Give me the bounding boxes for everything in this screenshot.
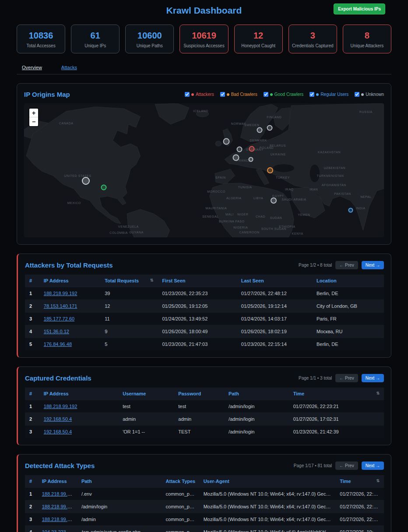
map-marker-unknown[interactable] (248, 157, 253, 162)
map-marker-unknown[interactable] (82, 177, 90, 185)
map-marker-unknown[interactable] (267, 125, 272, 130)
column-header[interactable]: IP Address (39, 275, 100, 287)
map-marker-regular-user[interactable] (348, 208, 353, 212)
map-country-label: SPAIN (215, 176, 226, 179)
pagination-info: Page 1/2 • 8 total (299, 263, 332, 268)
cell: 1 (25, 287, 39, 300)
legend-checkbox[interactable] (220, 92, 225, 97)
map-country-label: CANADA (59, 121, 74, 124)
ip-link[interactable]: 151.36.0.12 (44, 329, 69, 334)
map-marker-bad-crawler[interactable] (267, 167, 273, 173)
map-marker-unknown[interactable] (271, 197, 277, 204)
cell: 2 (25, 413, 39, 426)
legend-label: Unknown (366, 92, 384, 97)
column-header[interactable]: User-Agent (199, 475, 336, 488)
cell: 3 (25, 513, 38, 526)
prev-page-button[interactable]: ← Prev (335, 374, 358, 382)
ip-link[interactable]: 176.84.96.48 (44, 342, 72, 347)
ip-link[interactable]: 188.218.99.192 (44, 404, 77, 409)
column-header[interactable]: IP Address (38, 475, 77, 488)
map-country-label: UKRAINE (271, 152, 286, 155)
legend-item-good-crawlers[interactable]: Good Crawlers (264, 92, 304, 97)
map-country-label: SWEDEN (244, 123, 259, 126)
next-page-button[interactable]: Next → (362, 261, 384, 269)
zoom-in-button[interactable]: + (29, 109, 38, 117)
ip-link[interactable]: 192.168.50.4 (44, 429, 72, 434)
ip-link[interactable]: 78.153.140.171 (44, 303, 77, 309)
column-header[interactable]: Path (224, 388, 289, 400)
column-header[interactable]: Location (312, 275, 384, 287)
next-page-button[interactable]: Next → (362, 374, 384, 382)
legend-checkbox[interactable] (310, 92, 314, 97)
ip-link[interactable]: 104.23.223.128 (42, 529, 75, 532)
column-header[interactable]: First Seen (158, 275, 236, 287)
map-country-label: IRAQ (285, 188, 294, 191)
column-header[interactable]: # (25, 275, 39, 287)
credentials-card-header: Captured Credentials Page 1/1 • 3 total … (25, 374, 384, 382)
legend-label: Good Crawlers (274, 92, 304, 97)
stat-card: 12Honeypot Caught (234, 25, 283, 53)
map-card: IP Origins Map AttackersBad CrawlersGood… (17, 83, 391, 245)
ip-cell: 188.218.99.192 (39, 400, 118, 413)
map-marker-unknown[interactable] (257, 127, 263, 133)
column-header[interactable]: IP Address (39, 388, 118, 400)
map-country-label: MALI (225, 213, 234, 216)
attackers-table: #IP AddressTotal Requests⇅First SeenLast… (25, 275, 384, 350)
map-country-label: MOROCCO (207, 190, 225, 193)
legend-item-bad-crawlers[interactable]: Bad Crawlers (220, 92, 257, 97)
column-header[interactable]: Attack Types (162, 475, 199, 488)
export-malicious-ips-button[interactable]: Export Malicious IPs (334, 4, 385, 14)
map-country-label: RUSSIA (359, 110, 373, 113)
ip-link[interactable]: 188.218.99.192 (42, 517, 75, 522)
cell: 5 (25, 338, 39, 351)
map-country-label: IRAN (310, 188, 318, 191)
column-header[interactable]: Username (118, 388, 174, 400)
column-header[interactable]: Password (174, 388, 224, 400)
column-header[interactable]: Time⇅ (335, 475, 384, 488)
legend-checkbox[interactable] (355, 92, 359, 97)
prev-page-button[interactable]: ← Prev (335, 261, 358, 269)
map-marker-unknown[interactable] (233, 154, 239, 161)
attackers-pager: Page 1/2 • 8 total ← Prev Next → (299, 261, 384, 269)
table-row: 1188.218.99.192/.envcommon_probesMozilla… (25, 488, 384, 500)
zoom-out-button[interactable]: − (29, 117, 38, 126)
map-country-label: INDIA (356, 206, 366, 209)
column-header[interactable]: # (25, 475, 38, 488)
attack-types-table: #IP AddressPathAttack TypesUser-AgentTim… (25, 475, 384, 532)
sort-icon[interactable]: ⇅ (376, 479, 380, 483)
legend-item-regular-users[interactable]: Regular Users (310, 92, 348, 97)
legend-label: Regular Users (320, 92, 348, 97)
map-canvas[interactable]: + − CANADAUNITED STATESMEXICOICELANDNORW… (24, 103, 384, 237)
legend-item-unknown[interactable]: Unknown (355, 92, 384, 97)
table-row: 1188.218.99.192testtest/admin/login01/27… (25, 400, 384, 413)
column-header[interactable]: Time⇅ (289, 388, 384, 400)
column-header[interactable]: # (25, 388, 39, 400)
tab-attacks[interactable]: Attacks (61, 65, 77, 74)
ip-link[interactable]: 188.218.99.192 (42, 504, 75, 509)
ip-link[interactable]: 188.218.99.192 (42, 491, 75, 497)
map-country-label: BELARUS (270, 144, 286, 147)
map-marker-unknown[interactable] (223, 138, 229, 144)
sort-icon[interactable]: ⇅ (150, 278, 154, 282)
map-marker-attacker[interactable] (249, 146, 255, 152)
sort-icon[interactable]: ⇅ (376, 391, 380, 395)
map-marker-unknown[interactable] (236, 146, 242, 152)
cell: common_probes (162, 488, 199, 500)
ip-link[interactable]: 185.177.72.60 (44, 316, 74, 321)
legend-checkbox[interactable] (264, 92, 268, 97)
tab-overview[interactable]: Overview (22, 65, 42, 74)
column-header[interactable]: Last Seen (237, 275, 312, 287)
table-row: 5176.84.96.48501/23/2026, 21:47:0301/23/… (25, 338, 384, 351)
prev-page-button[interactable]: ← Prev (335, 462, 358, 470)
ip-link[interactable]: 188.218.99.192 (44, 291, 77, 296)
ip-link[interactable]: 192.168.50.4 (44, 416, 72, 422)
cell: 9 (100, 325, 158, 338)
krawl-dashboard-page: Krawl Dashboard Export Malicious IPs 108… (0, 0, 408, 532)
cell: 01/25/2026, 19:12:05 (158, 300, 236, 313)
legend-item-attackers[interactable]: Attackers (185, 92, 214, 97)
column-header[interactable]: Total Requests⇅ (100, 275, 158, 287)
next-page-button[interactable]: Next → (362, 462, 384, 470)
legend-checkbox[interactable] (185, 92, 190, 97)
column-header[interactable]: Path (77, 475, 162, 488)
map-marker-good-crawler[interactable] (101, 184, 107, 190)
